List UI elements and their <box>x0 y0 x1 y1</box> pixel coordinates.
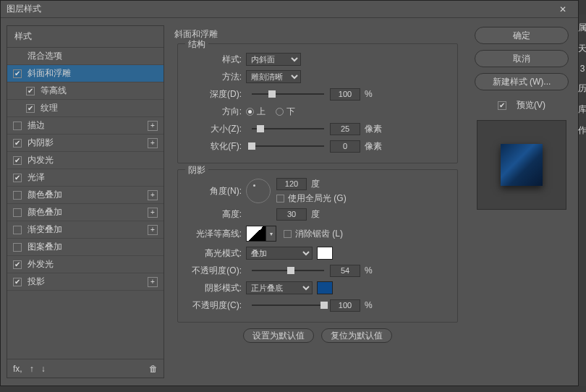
sidebar-item-7[interactable]: 光泽 <box>7 169 164 187</box>
sidebar-label-5: 内阴影 <box>27 137 54 149</box>
soften-unit: 像素 <box>365 140 382 153</box>
size-label: 大小(Z): <box>185 123 242 135</box>
soften-label: 软化(F): <box>185 140 242 153</box>
close-button[interactable]: ✕ <box>553 3 572 16</box>
depth-unit: % <box>365 89 373 99</box>
soften-input[interactable] <box>330 140 360 153</box>
antialias-checkbox[interactable] <box>284 230 292 238</box>
add-effect-icon[interactable]: + <box>148 138 158 148</box>
shadow-mode-select[interactable]: 正片叠底 <box>246 281 313 294</box>
sidebar-checkbox-8[interactable] <box>13 191 22 200</box>
sidebar-checkbox-9[interactable] <box>13 208 22 217</box>
soften-slider[interactable] <box>252 145 324 147</box>
reset-default-button[interactable]: 复位为默认值 <box>321 328 392 343</box>
sidebar-item-3[interactable]: 纹理 <box>7 100 164 117</box>
sidebar-item-5[interactable]: 内阴影+ <box>7 135 164 152</box>
move-up-icon[interactable]: ↑ <box>30 364 34 374</box>
size-slider[interactable] <box>252 128 324 129</box>
shadow-opacity-slider[interactable] <box>252 304 324 306</box>
depth-input[interactable] <box>330 88 360 101</box>
gloss-contour-picker[interactable] <box>246 226 266 242</box>
sidebar-item-2[interactable]: 等高线 <box>7 82 164 100</box>
shadow-opacity-input[interactable] <box>330 299 360 312</box>
altitude-input[interactable] <box>276 208 307 221</box>
direction-up-radio[interactable] <box>246 108 254 116</box>
sidebar-label-9: 颜色叠加 <box>27 206 62 218</box>
sidebar-checkbox-12[interactable] <box>13 260 22 269</box>
add-effect-icon[interactable]: + <box>148 121 158 131</box>
direction-down-radio[interactable] <box>276 108 284 116</box>
highlight-mode-label: 高光模式: <box>185 247 242 260</box>
depth-slider[interactable] <box>252 93 324 95</box>
antialias-label: 消除锯齿 (L) <box>295 228 343 240</box>
gloss-contour-label: 光泽等高线: <box>185 228 242 240</box>
side-strip: 属天3历库作 <box>579 14 586 386</box>
sidebar-checkbox-2[interactable] <box>26 87 35 95</box>
sidebar-item-6[interactable]: 内发光 <box>7 152 164 169</box>
panel-heading: 斜面和浮雕 <box>174 28 458 41</box>
preview-label: 预览(V) <box>517 99 545 111</box>
direction-up-label: 上 <box>257 106 266 118</box>
altitude-label: 高度: <box>185 208 242 221</box>
shadow-opacity-label: 不透明度(C): <box>185 299 242 312</box>
sidebar-checkbox-5[interactable] <box>13 139 22 148</box>
new-style-button[interactable]: 新建样式 (W)... <box>475 73 569 90</box>
sidebar-item-12[interactable]: 外发光 <box>7 256 164 273</box>
shadow-color-swatch[interactable] <box>317 281 333 294</box>
sidebar-checkbox-10[interactable] <box>13 226 22 234</box>
sidebar-label-1: 斜面和浮雕 <box>27 67 71 80</box>
angle-input[interactable] <box>276 178 307 190</box>
gloss-contour-dropdown[interactable]: ▾ <box>266 226 276 242</box>
shadow-opacity-unit: % <box>365 300 373 310</box>
sidebar-item-1[interactable]: 斜面和浮雕 <box>7 65 164 82</box>
sidebar-item-9[interactable]: 颜色叠加+ <box>7 204 164 221</box>
sidebar-label-10: 渐变叠加 <box>27 223 62 236</box>
highlight-opacity-slider[interactable] <box>252 270 324 271</box>
sidebar-checkbox-3[interactable] <box>26 104 35 113</box>
add-effect-icon[interactable]: + <box>148 277 158 287</box>
method-label: 方法: <box>185 71 242 83</box>
sidebar-label-0: 混合选项 <box>27 50 62 62</box>
make-default-button[interactable]: 设置为默认值 <box>243 328 314 343</box>
add-effect-icon[interactable]: + <box>148 208 158 218</box>
cancel-button[interactable]: 取消 <box>475 50 569 67</box>
shading-group-title: 阴影 <box>185 164 208 176</box>
sidebar-checkbox-6[interactable] <box>13 156 22 165</box>
sidebar-item-13[interactable]: 投影+ <box>7 273 164 291</box>
highlight-opacity-label: 不透明度(O): <box>185 265 242 277</box>
highlight-color-swatch[interactable] <box>317 247 333 260</box>
styles-sidebar: 样式 混合选项斜面和浮雕等高线纹理描边+内阴影+内发光光泽颜色叠加+颜色叠加+渐… <box>7 25 164 378</box>
angle-widget[interactable] <box>246 179 271 203</box>
sidebar-item-11[interactable]: 图案叠加 <box>7 239 164 256</box>
size-input[interactable] <box>330 123 360 135</box>
ok-button[interactable]: 确定 <box>475 27 569 44</box>
sidebar-checkbox-4[interactable] <box>13 122 22 130</box>
preview-checkbox[interactable] <box>498 101 506 110</box>
sidebar-checkbox-7[interactable] <box>13 174 22 182</box>
add-effect-icon[interactable]: + <box>148 190 158 200</box>
sidebar-header: 样式 <box>7 26 164 48</box>
sidebar-label-12: 外发光 <box>27 258 54 270</box>
method-select[interactable]: 雕刻清晰 <box>246 70 301 83</box>
sidebar-checkbox-1[interactable] <box>13 69 22 78</box>
sidebar-item-10[interactable]: 渐变叠加+ <box>7 221 164 239</box>
highlight-opacity-input[interactable] <box>330 265 360 277</box>
sidebar-checkbox-11[interactable] <box>13 243 22 252</box>
add-effect-icon[interactable]: + <box>148 225 158 235</box>
sidebar-item-4[interactable]: 描边+ <box>7 117 164 135</box>
structure-group-title: 结构 <box>185 38 208 51</box>
depth-label: 深度(D): <box>185 88 242 101</box>
sidebar-label-4: 描边 <box>27 119 45 132</box>
sidebar-checkbox-13[interactable] <box>13 278 22 286</box>
sidebar-item-0[interactable]: 混合选项 <box>7 48 164 65</box>
sidebar-item-8[interactable]: 颜色叠加+ <box>7 187 164 204</box>
dialog-title: 图层样式 <box>7 3 553 15</box>
shadow-mode-label: 阴影模式: <box>185 282 242 294</box>
sidebar-label-7: 光泽 <box>27 171 45 184</box>
style-select[interactable]: 内斜面 <box>246 53 301 66</box>
move-down-icon[interactable]: ↓ <box>41 364 46 374</box>
fx-menu[interactable]: fx, <box>13 364 22 374</box>
highlight-mode-select[interactable]: 叠加 <box>246 247 313 260</box>
global-light-checkbox[interactable] <box>276 195 284 203</box>
trash-icon[interactable]: 🗑 <box>149 364 158 374</box>
